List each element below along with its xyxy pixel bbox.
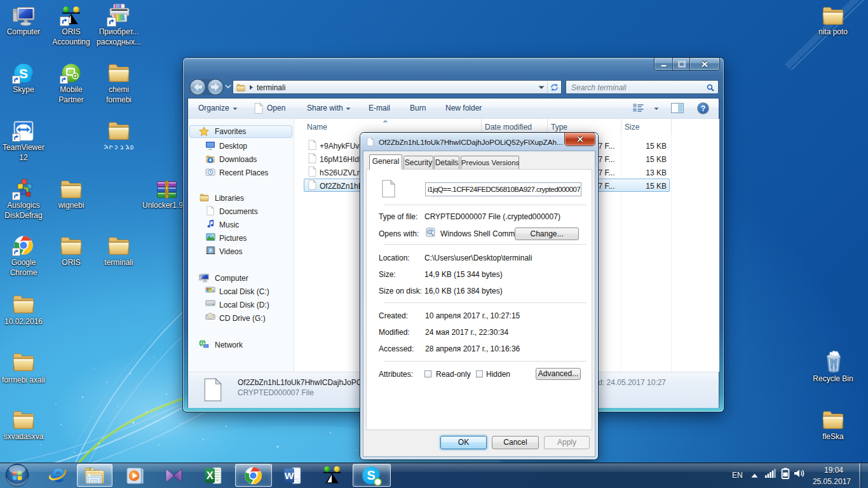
svg-text:?: ?: [701, 104, 706, 113]
